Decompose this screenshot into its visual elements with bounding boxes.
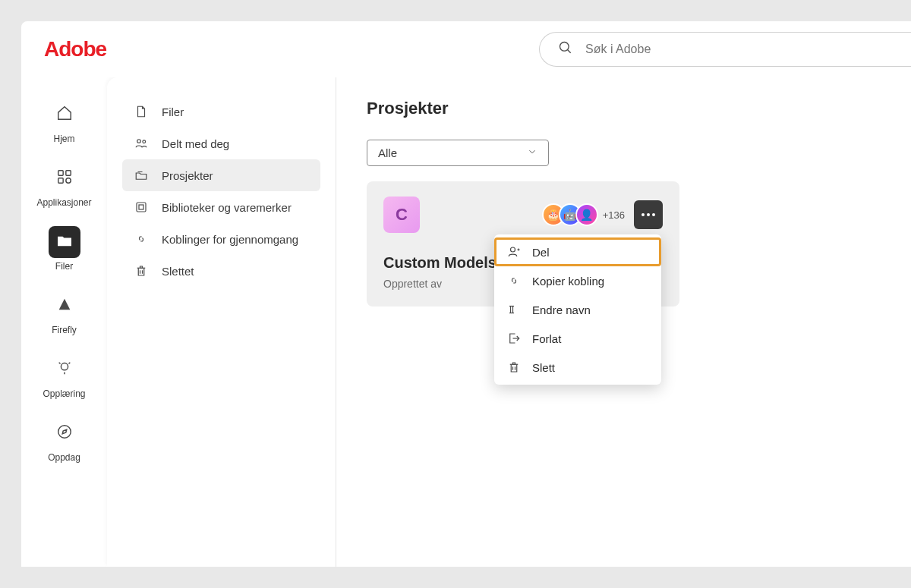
filter-label: Alle — [378, 146, 397, 159]
rail-item-firefly[interactable]: Firefly — [34, 290, 95, 335]
sidebar-item-files[interactable]: Filer — [122, 96, 320, 127]
exit-icon — [506, 332, 522, 345]
sidebar-item-label: Koblinger for gjennomgang — [162, 233, 298, 246]
link-icon — [133, 232, 150, 246]
svg-point-10 — [58, 426, 71, 439]
sidebar-item-label: Biblioteker og varemerker — [162, 201, 292, 214]
rename-icon — [506, 303, 522, 316]
sidebar: Filer Delt med deg Prosjekter Biblioteke… — [107, 77, 336, 567]
folder-icon — [56, 232, 73, 252]
rail-label: Opplæring — [43, 388, 85, 399]
svg-line-8 — [58, 363, 60, 364]
collaborator-avatars: 🎂 🤖 👤 +136 — [542, 203, 625, 226]
svg-rect-3 — [65, 171, 70, 175]
page-title: Prosjekter — [367, 99, 881, 118]
svg-rect-4 — [58, 178, 62, 183]
left-rail: Hjem Applikasjoner Filer Firefly Opplæri… — [21, 77, 107, 567]
svg-point-12 — [143, 140, 146, 143]
sidebar-item-shared[interactable]: Delt med deg — [122, 127, 320, 159]
menu-item-leave[interactable]: Forlat — [494, 324, 661, 353]
search-wrap — [137, 32, 911, 67]
svg-point-6 — [61, 363, 68, 370]
projects-icon — [133, 168, 150, 182]
rail-item-learn[interactable]: Opplæring — [34, 354, 95, 399]
file-icon — [133, 105, 150, 118]
content: Filer Delt med deg Prosjekter Biblioteke… — [107, 77, 911, 567]
svg-point-17 — [511, 247, 515, 252]
project-card[interactable]: C 🎂 🤖 👤 +136 — [367, 181, 679, 307]
body: Hjem Applikasjoner Filer Firefly Opplæri… — [21, 77, 911, 567]
context-menu: Del Kopier kobling Endre navn Forla — [494, 234, 661, 385]
rail-label: Hjem — [53, 134, 74, 144]
rail-item-apps[interactable]: Applikasjoner — [34, 162, 95, 208]
adobe-logo: Adobe — [44, 37, 106, 61]
menu-item-copy-link[interactable]: Kopier kobling — [494, 266, 661, 295]
avatar: 👤 — [575, 203, 598, 226]
card-top: C 🎂 🤖 👤 +136 — [383, 197, 663, 233]
chevron-down-icon — [527, 146, 537, 159]
project-thumb: C — [383, 197, 420, 233]
menu-item-rename[interactable]: Endre navn — [494, 295, 661, 324]
sidebar-item-label: Filer — [162, 105, 184, 118]
app-window: Adobe Hjem Applikasjoner Filer — [21, 21, 911, 567]
search-icon — [558, 40, 573, 58]
compass-icon — [56, 423, 73, 443]
apps-icon — [56, 168, 73, 188]
sidebar-item-label: Delt med deg — [162, 137, 229, 150]
svg-line-9 — [68, 363, 70, 364]
avatar-overflow-count: +136 — [603, 209, 625, 221]
header: Adobe — [21, 21, 911, 77]
home-icon — [56, 105, 73, 124]
svg-rect-14 — [139, 205, 143, 209]
more-button[interactable] — [634, 200, 663, 229]
menu-item-label: Endre navn — [532, 303, 591, 316]
svg-point-0 — [560, 42, 569, 52]
menu-item-label: Forlat — [532, 332, 561, 345]
sidebar-item-label: Slettet — [162, 265, 194, 278]
svg-point-5 — [65, 178, 70, 183]
card-right: 🎂 🤖 👤 +136 — [542, 200, 663, 229]
main: Prosjekter Alle C 🎂 🤖 👤 +136 — [336, 77, 911, 567]
sidebar-item-libraries[interactable]: Biblioteker og varemerker — [122, 191, 320, 223]
link-icon — [506, 274, 522, 288]
sidebar-item-label: Prosjekter — [162, 169, 213, 182]
menu-item-label: Slett — [532, 361, 555, 374]
svg-rect-2 — [58, 171, 62, 175]
sidebar-item-deleted[interactable]: Slettet — [122, 255, 320, 287]
dots-icon — [641, 213, 645, 216]
rail-label: Filer — [55, 261, 73, 272]
rail-label: Firefly — [52, 325, 77, 335]
rail-item-discover[interactable]: Oppdag — [34, 417, 95, 463]
firefly-icon — [56, 296, 73, 316]
sidebar-item-projects[interactable]: Prosjekter — [122, 159, 320, 191]
menu-item-label: Del — [532, 246, 550, 259]
trash-icon — [133, 264, 150, 278]
search-bar[interactable] — [539, 32, 911, 67]
rail-label: Oppdag — [48, 452, 80, 463]
svg-point-11 — [137, 140, 141, 143]
menu-item-delete[interactable]: Slett — [494, 353, 661, 382]
people-icon — [133, 137, 150, 150]
user-add-icon — [506, 245, 522, 259]
sidebar-item-review-links[interactable]: Koblinger for gjennomgang — [122, 223, 320, 255]
svg-line-1 — [568, 50, 571, 53]
svg-rect-13 — [137, 203, 146, 212]
rail-item-files[interactable]: Filer — [34, 226, 95, 272]
search-input[interactable] — [585, 42, 893, 56]
menu-item-share[interactable]: Del — [494, 237, 661, 266]
rail-label: Applikasjoner — [36, 197, 91, 208]
rail-item-home[interactable]: Hjem — [34, 99, 95, 144]
trash-icon — [506, 360, 522, 374]
lightbulb-icon — [56, 360, 73, 379]
menu-item-label: Kopier kobling — [532, 275, 604, 288]
library-icon — [133, 200, 150, 214]
filter-dropdown[interactable]: Alle — [367, 140, 549, 166]
